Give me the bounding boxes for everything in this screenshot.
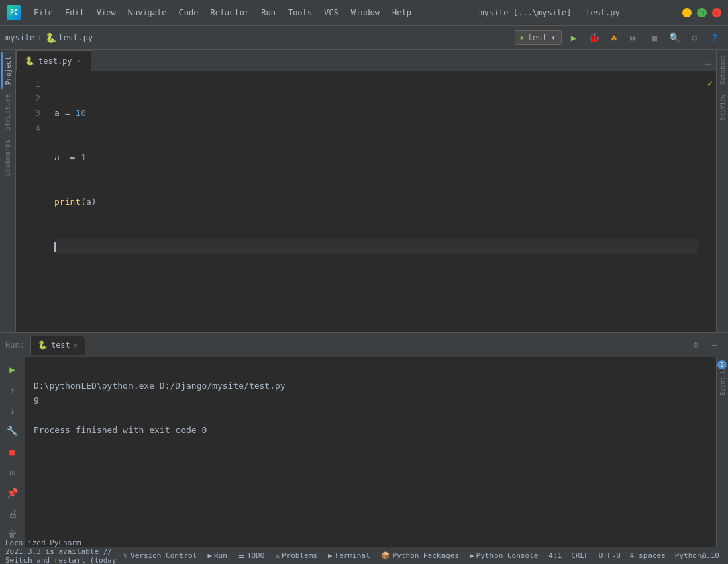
status-position[interactable]: 4:1 [545,551,565,560]
run-scroll-down-button[interactable]: ↓ [3,402,22,419]
menu-edit[interactable]: Edit [60,5,90,20]
breadcrumb-separator: › [37,33,42,42]
search-button[interactable]: 🔍 [666,30,682,46]
todo-label: TODO [247,551,265,560]
line-number-2: 2 [16,91,40,106]
terminal-line-4: Process finished with exit code 0 [34,425,207,435]
python-console-icon: ▶ [470,551,474,560]
menu-file[interactable]: File [28,5,58,20]
title-bar-left: PC File Edit View Navigate Code Refactor… [7,5,417,20]
status-version-control[interactable]: ⑂ Version Control [119,551,201,560]
right-sidebar: Database SciView [716,50,728,332]
status-interpreter[interactable]: Python@.10 [672,551,723,560]
run-config-icon: ▶ [521,34,525,41]
run-wrench-button[interactable]: 🔧 [3,423,22,440]
run-play-button[interactable]: ▶ [3,361,22,378]
help-button[interactable]: ? [707,30,723,46]
sidebar-sciview[interactable]: SciView [718,89,727,126]
status-indent[interactable]: 4 spaces [627,551,669,560]
menu-window[interactable]: Window [346,5,385,20]
run-button[interactable]: ▶ [566,30,582,46]
menu-tools[interactable]: Tools [282,5,317,20]
code-editor: 1 2 3 4 a = 10 a -= 1 print(a) ✓ [16,71,716,332]
editor-area: 🐍 test.py ✕ ⋯ 1 2 3 4 a = 10 a -= 1 prin… [16,50,716,332]
code-line-3: print(a) [54,195,698,209]
event-log-label[interactable]: Event Log [719,363,726,395]
problems-label: Problems [282,551,317,560]
navbar: mysite › 🐍 test.py ▶ test ▾ ▶ 🐞 ☘ ⏭ ■ 🔍 … [0,26,728,50]
run-config-label: test [528,33,548,42]
sidebar-item-structure[interactable]: Structure [2,90,13,134]
status-left: Localized PyCharm 2021.3.3 is available … [5,538,119,565]
breadcrumb-project[interactable]: mysite [5,33,34,42]
line-number-3: 3 [16,106,40,121]
breadcrumb: mysite › 🐍 test.py [5,32,93,43]
tab-file-icon: 🐍 [25,56,35,66]
run-pin-button[interactable]: 📌 [3,485,22,502]
debug-button[interactable]: 🐞 [586,30,602,46]
status-run[interactable]: ▶ Run [203,551,231,560]
sidebar-item-project[interactable]: Project [1,52,14,89]
editor-tab-test-py[interactable]: 🐍 test.py ✕ [16,50,91,70]
outer-left-bar: Project Structure Bookmarks [0,50,16,332]
code-line-1: a = 10 [54,106,698,121]
menu-code[interactable]: Code [174,5,204,20]
code-content[interactable]: a = 10 a -= 1 print(a) [46,71,704,332]
run-print-button[interactable]: 🖨 [3,506,22,522]
status-problems[interactable]: ⚠ Problems [271,551,321,560]
run-tree-button[interactable]: ⊞ [3,464,22,481]
terminal-label: Terminal [335,551,370,560]
bottom-tab-close[interactable]: ✕ [74,342,78,349]
run-config-arrow: ▾ [551,33,556,42]
bottom-tab-label: test [51,340,70,350]
sidebar-database[interactable]: Database [718,50,727,89]
status-line-ending[interactable]: CRLF [568,551,592,560]
stop-button[interactable]: ■ [646,30,662,46]
maximize-button[interactable]: □ [697,8,707,17]
run-icon: ▶ [207,551,212,560]
terminal-output: D:\pythonLED\python.exe D:/Django/mysite… [25,357,716,547]
title-controls: — □ ✕ [682,8,721,17]
bottom-actions: ⚙ — [688,337,723,353]
status-encoding[interactable]: UTF-8 [595,551,624,560]
bottom-minimize-button[interactable]: — [707,337,723,353]
coverage-button[interactable]: ☘ [606,30,622,46]
main-area: Project Structure Bookmarks 🐍 test.py ✕ … [0,50,728,332]
file-icon: 🐍 [45,32,56,43]
bottom-tab-test[interactable]: 🐍 test ✕ [30,336,85,355]
status-python-packages[interactable]: 📦 Python Packages [377,551,463,560]
problems-icon: ⚠ [275,551,280,560]
status-todo[interactable]: ☰ TODO [234,551,269,560]
sidebar-item-bookmarks[interactable]: Bookmarks [2,136,13,180]
run-label: Run [214,551,227,560]
terminal-line-2: 9 [34,395,39,406]
menu-help[interactable]: Help [386,5,417,20]
breadcrumb-file[interactable]: test.py [59,33,93,42]
run-config-dropdown[interactable]: ▶ test ▾ [515,30,562,45]
menu-navigate[interactable]: Navigate [123,5,172,20]
status-bar: Localized PyCharm 2021.3.3 is available … [0,547,728,564]
title-bar: PC File Edit View Navigate Code Refactor… [0,0,728,26]
status-python-console[interactable]: ▶ Python Console [466,551,542,560]
run-control-sidebar: ▶ ↑ ↓ 🔧 ■ ⊞ 📌 🖨 🗑 [0,357,25,547]
bottom-settings-button[interactable]: ⚙ [688,337,704,353]
menu-vcs[interactable]: VCS [319,5,344,20]
python-console-label: Python Console [476,551,539,560]
minimize-button[interactable]: — [682,8,692,17]
tab-close-button[interactable]: ✕ [76,56,83,65]
status-terminal[interactable]: ▶ Terminal [324,551,374,560]
run-stop-button[interactable]: ■ [3,444,22,461]
editor-gutter-right: ✓ [704,71,716,332]
menu-run[interactable]: Run [256,5,281,20]
bottom-tab-icon: 🐍 [38,340,48,350]
run-with-coverage-button[interactable]: ⏭ [626,30,642,46]
menu-refactor[interactable]: Refactor [205,5,254,20]
settings-button[interactable]: ⚙ [686,30,703,46]
menu-view[interactable]: View [91,5,121,20]
run-scroll-up-button[interactable]: ↑ [3,382,22,399]
tab-more-options[interactable]: ⋯ [698,58,716,70]
line-numbers: 1 2 3 4 [16,71,46,332]
run-content: ▶ ↑ ↓ 🔧 ■ ⊞ 📌 🖨 🗑 D:\pythonLED\python.ex… [0,357,728,547]
close-button[interactable]: ✕ [712,8,721,17]
bottom-panel: Run: 🐍 test ✕ ⚙ — ▶ ↑ ↓ 🔧 ■ ⊞ 📌 🖨 🗑 D:\p… [0,332,728,547]
